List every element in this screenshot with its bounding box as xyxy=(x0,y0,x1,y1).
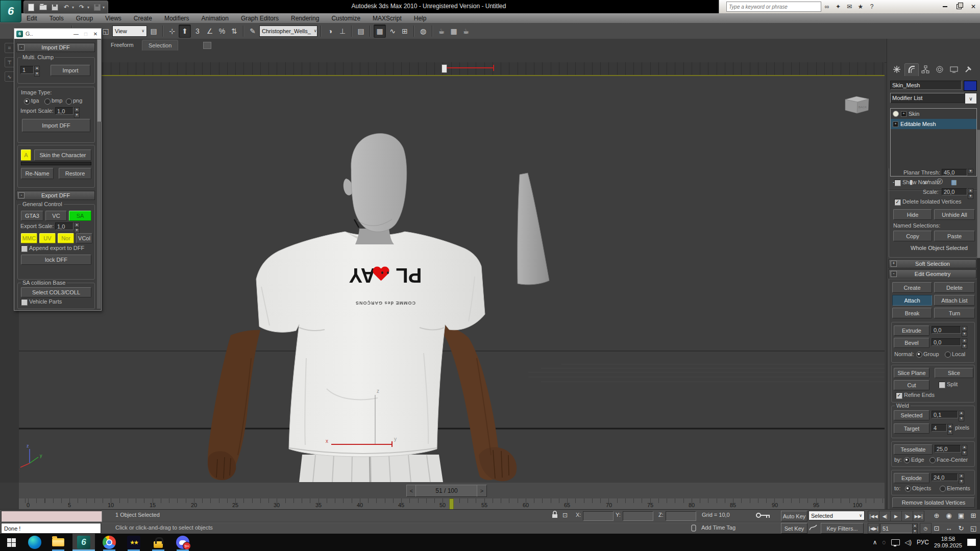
project-dropdown-icon[interactable]: ▾ xyxy=(103,5,105,10)
menu-modifiers[interactable]: Modifiers xyxy=(164,15,189,22)
schematic-view-icon[interactable]: ⊞ xyxy=(399,25,410,37)
cut-button[interactable]: Cut xyxy=(894,380,929,390)
lock-dff-button[interactable]: lock DFF xyxy=(21,255,91,265)
extrude-field[interactable]: 0,0 xyxy=(932,326,961,334)
close-button[interactable]: ✕ xyxy=(966,2,980,12)
weld-target-spinner[interactable]: ▲▼ xyxy=(947,424,953,435)
character-head[interactable] xyxy=(344,134,407,244)
communication-icon[interactable]: ✉ xyxy=(844,2,855,11)
radio-face-center[interactable] xyxy=(929,457,936,463)
maxscript-listener-output[interactable]: Done ! xyxy=(1,523,101,534)
tessellate-spinner[interactable]: ▲▼ xyxy=(962,445,967,456)
weld-selected-spinner[interactable]: ▲▼ xyxy=(959,411,964,421)
play-icon[interactable]: ▶ xyxy=(890,511,902,521)
modifier-enable-bulb-icon[interactable] xyxy=(893,111,899,117)
show-normals-checkbox[interactable] xyxy=(894,180,901,186)
auto-key-button[interactable]: Auto Key xyxy=(781,511,807,521)
stack-item-editable-mesh[interactable]: + Editable Mesh xyxy=(891,119,976,129)
percent-snap-icon[interactable]: % xyxy=(216,25,228,37)
delete-button[interactable]: Delete xyxy=(934,282,975,293)
radio-bmp[interactable] xyxy=(44,98,51,105)
explode-button[interactable]: Explode xyxy=(894,473,929,483)
reference-coordinate-dropdown[interactable]: View∨ xyxy=(112,26,147,37)
viewport-front[interactable]: BACK xyxy=(19,75,885,484)
key-step-icon[interactable]: |◀▶| xyxy=(868,523,879,534)
break-button[interactable]: Break xyxy=(892,308,932,318)
frame-spinner[interactable]: ▲▼ xyxy=(912,523,918,534)
next-frame-button[interactable]: > xyxy=(477,485,487,497)
radio-group[interactable] xyxy=(916,352,922,358)
back-box-object[interactable]: BACK xyxy=(845,96,869,113)
import-scale-spinner[interactable]: ▲▼ xyxy=(74,107,80,118)
current-frame-marker[interactable] xyxy=(449,498,454,510)
tray-expand-icon[interactable]: ∧ xyxy=(873,539,877,546)
plugin-close-icon[interactable]: ✕ xyxy=(92,31,99,37)
select-col-button[interactable]: Select COL3/COLL xyxy=(21,287,91,297)
curve-editor-icon[interactable]: ∿ xyxy=(387,25,398,37)
render-production-icon[interactable]: ☕ xyxy=(460,25,472,37)
x-coordinate-field[interactable] xyxy=(583,511,614,521)
radio-edge[interactable] xyxy=(904,457,910,463)
rollout-edit-geometry[interactable]: -Edit Geometry xyxy=(889,269,976,279)
zoom-extents-icon[interactable]: ▣ xyxy=(955,510,967,521)
delete-isolated-checkbox[interactable]: ✓ xyxy=(894,199,901,206)
skin-character-button[interactable]: Skin the Character xyxy=(34,149,91,161)
selection-filter-dropdown[interactable]: Selected∨ xyxy=(808,511,865,520)
restore-button[interactable]: Restore xyxy=(59,168,91,179)
zoom-extents-all-icon[interactable]: ⊞ xyxy=(968,510,979,521)
tab-create[interactable] xyxy=(890,63,903,76)
current-frame-field[interactable]: 51 xyxy=(880,523,915,533)
orbit-icon[interactable]: ↻ xyxy=(955,523,967,534)
angle-snap-icon[interactable]: ∠ xyxy=(204,25,215,37)
goto-end-icon[interactable]: ▶▶| xyxy=(913,511,924,521)
plugin-minimize-icon[interactable]: — xyxy=(72,31,80,37)
layer-manager-icon[interactable]: ▤ xyxy=(355,25,366,37)
character-left-arm[interactable] xyxy=(208,330,260,480)
extrude-spinner[interactable]: ▲▼ xyxy=(962,326,967,337)
copy-button[interactable]: Copy xyxy=(893,231,932,241)
taskbar-discord-icon[interactable]: 9+ xyxy=(172,534,194,551)
expand-icon[interactable]: + xyxy=(901,111,906,117)
trackbar-marker[interactable] xyxy=(442,64,447,73)
maximize-viewport-icon[interactable]: ◱ xyxy=(968,523,979,534)
export-scale-field[interactable]: 1,0 xyxy=(55,222,74,230)
zoom-all-icon[interactable]: ◉ xyxy=(943,510,954,521)
search-binoculars-icon[interactable]: ∞ xyxy=(821,2,832,11)
edit-named-sets-icon[interactable]: ✎ xyxy=(247,25,258,37)
import-dff-button[interactable]: Import DFF xyxy=(22,119,90,132)
left-strip-icon-1[interactable]: ⌗ xyxy=(5,43,15,53)
menu-graph-editors[interactable]: Graph Editors xyxy=(241,15,279,22)
left-strip-icon-3[interactable]: ∿ xyxy=(5,71,15,82)
new-file-icon[interactable] xyxy=(27,3,35,11)
tessellate-button[interactable]: Tessellate xyxy=(894,444,933,455)
split-checkbox[interactable] xyxy=(939,382,945,388)
minimize-button[interactable] xyxy=(938,2,952,12)
plugin-scrollbar[interactable] xyxy=(97,39,101,309)
create-button[interactable]: Create xyxy=(892,282,932,293)
snap-3d-icon[interactable]: 3 xyxy=(192,25,203,37)
left-strip-icon-2[interactable]: ⊤ xyxy=(5,57,15,67)
tray-onedrive-icon[interactable]: ◌ xyxy=(883,539,886,546)
use-center-icon[interactable]: ▤ xyxy=(148,25,159,37)
menu-animation[interactable]: Animation xyxy=(202,15,229,22)
tab-utilities[interactable] xyxy=(962,63,975,76)
add-time-tag[interactable]: Add Time Tag xyxy=(701,524,736,531)
menu-views[interactable]: Views xyxy=(105,15,121,22)
clump-spinner[interactable]: ▲▼ xyxy=(34,66,40,77)
attach-button[interactable]: Attach xyxy=(892,295,932,306)
next-frame-icon[interactable]: |▶ xyxy=(901,511,913,521)
tessellate-field[interactable]: 25,0 xyxy=(935,445,961,453)
stack-item-skin[interactable]: + Skin xyxy=(891,109,976,119)
key-filters-button[interactable]: Key Filters... xyxy=(821,523,864,534)
start-button[interactable] xyxy=(0,534,22,551)
align-icon[interactable]: ⊥ xyxy=(337,25,348,37)
redo-icon[interactable]: ↷ xyxy=(78,3,86,11)
uv-button[interactable]: UV xyxy=(39,233,56,243)
import-button[interactable]: Import xyxy=(51,65,90,76)
tab-selection[interactable]: Selection xyxy=(142,40,178,51)
vcol-button[interactable]: VCol xyxy=(76,233,92,243)
redo-dropdown-icon[interactable]: ▾ xyxy=(87,5,89,10)
blade-object[interactable] xyxy=(518,173,549,285)
absolute-offset-toggle-icon[interactable]: ⊡ xyxy=(562,512,568,519)
vehicle-parts-checkbox[interactable] xyxy=(21,299,28,306)
